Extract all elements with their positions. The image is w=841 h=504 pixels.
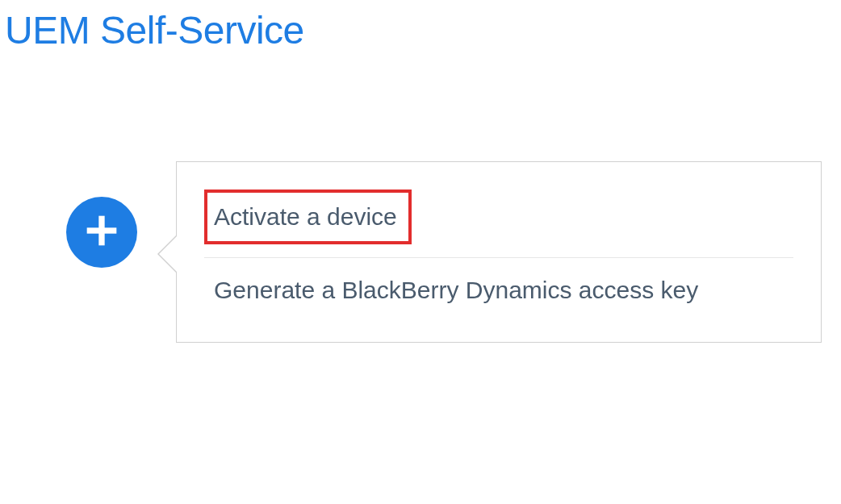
- svg-rect-1: [87, 227, 117, 233]
- page-title: UEM Self-Service: [0, 0, 841, 52]
- plus-icon: [84, 213, 119, 252]
- menu-divider: [204, 257, 793, 258]
- add-button[interactable]: [66, 197, 137, 268]
- add-menu-flyout: Activate a device Generate a BlackBerry …: [176, 161, 822, 343]
- menu-item-activate-device-wrapper: Activate a device: [204, 190, 793, 244]
- menu-item-activate-device[interactable]: Activate a device: [204, 190, 412, 244]
- menu-item-generate-access-key[interactable]: Generate a BlackBerry Dynamics access ke…: [204, 263, 793, 318]
